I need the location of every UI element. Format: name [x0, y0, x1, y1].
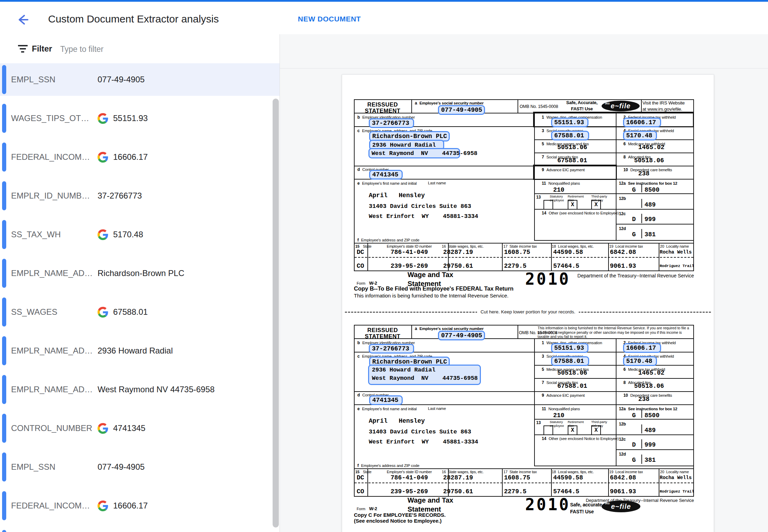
employee-addr1: 31403 David Circles Suite 863	[369, 429, 471, 435]
box12c-code: D	[632, 216, 636, 223]
highlight-value: 37-2766773	[372, 345, 409, 352]
state-header-text: 16	[442, 470, 446, 474]
efile-logo-footer: IRSe~file	[602, 501, 640, 512]
box-number: 7	[542, 155, 544, 159]
field-row-empl-ssn[interactable]: EMPL_SSN077-49-4905	[0, 63, 280, 96]
box6-value: 1465.02	[638, 369, 665, 376]
local-tax: 9061.93	[610, 263, 636, 269]
field-value: 16606.17	[98, 489, 148, 522]
form-line	[354, 166, 694, 166]
box3-highlight[interactable]: 67588.01	[551, 356, 589, 366]
safe-accurate-line2-label: FAST! Use	[571, 106, 593, 111]
box5-value: 50518.06	[557, 369, 587, 376]
state-abbrev: CO	[357, 263, 364, 269]
box12c-code: D	[632, 441, 636, 448]
box10-value: 238	[638, 396, 649, 403]
locality-name: Rodriguez Trail	[660, 489, 694, 494]
ein-highlight[interactable]: 37-2766773	[369, 344, 414, 354]
employer-address-highlight[interactable]: 2936 Howard RadialWest Raymond NV 44735-…	[368, 365, 481, 385]
highlight-value: 55151.93	[554, 345, 584, 351]
checkbox-empty[interactable]	[543, 200, 553, 210]
box2-highlight[interactable]: 16606.17	[623, 343, 661, 353]
ein-highlight[interactable]: 37-2766773	[369, 118, 414, 128]
field-accent-bar	[2, 530, 6, 532]
new-document-button[interactable]: NEW DOCUMENT	[298, 2, 361, 36]
google-icon	[98, 501, 108, 511]
checkbox-checked[interactable]: X	[568, 200, 577, 210]
field-row-control-number[interactable]: CONTROL_NUMBER4741345	[0, 412, 280, 444]
field-row-federal-incom-[interactable]: FEDERAL_INCOM…16606.17	[0, 489, 280, 522]
field-row-partial[interactable]	[0, 528, 280, 532]
state-header-text: Employer's state ID number	[387, 244, 432, 248]
field-value: 4741345	[98, 412, 145, 444]
box4-highlight[interactable]: 5170.48	[623, 131, 657, 140]
employee-addr2: West Erinfort WY 45881-3334	[369, 439, 478, 445]
cut-here-separator: Cut here. Keep lower portion for your re…	[345, 307, 711, 316]
field-label: EMPL_SSN	[11, 63, 55, 96]
field-row-emplr-name-ad-[interactable]: EMPLR_NAME_AD…West Raymond NV 44735-6958	[0, 373, 280, 406]
field-row-empl-ssn[interactable]: EMPL_SSN077-49-4905	[0, 451, 280, 483]
form-line	[534, 209, 694, 210]
form-w2-word-label: Form	[357, 281, 365, 285]
control-number-highlight[interactable]: 4741345	[369, 170, 403, 180]
field-value: Richardson-Brown PLC	[98, 257, 184, 290]
box1-highlight[interactable]: 55151.93	[551, 118, 588, 127]
reissued-line2-label: STATEMENT	[365, 108, 401, 114]
box1-highlight[interactable]: 55151.93	[551, 343, 588, 353]
checkbox-empty[interactable]	[543, 425, 553, 435]
state-header-caption: Local wages, tips, etc.	[558, 244, 594, 248]
employer-addr2-highlight[interactable]: West Raymond NV 44735-6958	[368, 148, 460, 158]
field-row-federal-incom-[interactable]: FEDERAL_INCOM…16606.17	[0, 141, 280, 173]
wage-tax-title1: Wage and Tax	[408, 496, 453, 504]
state-header: 17State income tax	[503, 470, 537, 474]
filter-input[interactable]	[60, 40, 255, 58]
checkbox-checked[interactable]: X	[591, 200, 601, 210]
ssn-highlight[interactable]: 077-49-4905	[438, 331, 485, 340]
checkbox-checked[interactable]: X	[591, 425, 601, 435]
field-row-emplr-name-ad-[interactable]: EMPLR_NAME_AD…Richardson-Brown PLC	[0, 257, 280, 290]
form-w2-number-label: W-2	[369, 281, 377, 286]
field-row-ss-wages[interactable]: SS_WAGES67588.01	[0, 296, 280, 328]
highlight-value: 67588.01	[554, 132, 584, 139]
state-header: State	[363, 244, 372, 248]
box-number: 12c	[619, 437, 625, 442]
field-row-ss-tax-wh[interactable]: SS_TAX_WH5170.48	[0, 218, 280, 251]
form-line	[534, 466, 694, 466]
wage-tax-title1: Wage and Tax	[408, 271, 453, 279]
state-abbrev: DC	[357, 249, 364, 256]
google-icon	[98, 229, 108, 240]
form-line	[534, 434, 694, 435]
field-row-emplr-id-numb-[interactable]: EMPLR_ID_NUMB…37-2766773	[0, 180, 280, 212]
state-header-text: Employer's state ID number	[387, 470, 432, 474]
field-label: EMPLR_NAME_AD…	[11, 257, 93, 290]
ssn-highlight[interactable]: 077-49-4905	[438, 105, 485, 115]
field-value: 077-49-4905	[98, 63, 145, 96]
highlight-value: 4741345	[372, 171, 399, 178]
box4-highlight[interactable]: 5170.48	[623, 356, 657, 366]
box-number: 1	[542, 115, 544, 120]
state-header: Employer's state ID number	[387, 470, 432, 474]
box-caption: Employee's social security number	[419, 101, 483, 105]
box3-highlight[interactable]: 67588.01	[551, 131, 589, 140]
w2-box-b12d-label: 12d	[619, 226, 628, 231]
reissued-line2: STATEMENT	[354, 108, 411, 114]
state-header: 17State income tax	[503, 244, 537, 248]
control-number-highlight[interactable]: 4741345	[369, 395, 403, 405]
box8-value: 50518.06	[634, 157, 664, 164]
w2-box-b9-label: 9Advance EIC payment	[542, 167, 585, 172]
field-value-text: Richardson-Brown PLC	[98, 268, 184, 278]
highlight-value: 5170.48	[626, 132, 652, 139]
scrollbar-thumb[interactable]	[273, 99, 279, 528]
box-number: e	[357, 406, 359, 411]
checkbox-checked[interactable]: X	[568, 425, 577, 435]
box-caption: Other (see enclosed Notice to Employee)	[549, 437, 619, 441]
field-label: EMPL_SSN	[11, 451, 55, 483]
field-row-emplr-name-ad-[interactable]: EMPLR_NAME_AD…2936 Howard Radial	[0, 334, 280, 367]
field-row-wages-tips-ot-[interactable]: WAGES_TIPS_OT…55151.93	[0, 102, 280, 135]
back-arrow-icon[interactable]	[15, 12, 30, 27]
copy-line1: Copy C For EMPLOYEE'S RECORDS.	[354, 512, 446, 518]
copy-line2: (See enclosed Notice to Employee.)	[354, 518, 441, 524]
state-header: State	[363, 470, 372, 474]
efile-irs-text: IRS	[605, 502, 610, 505]
box2-highlight[interactable]: 16606.17	[623, 118, 661, 127]
